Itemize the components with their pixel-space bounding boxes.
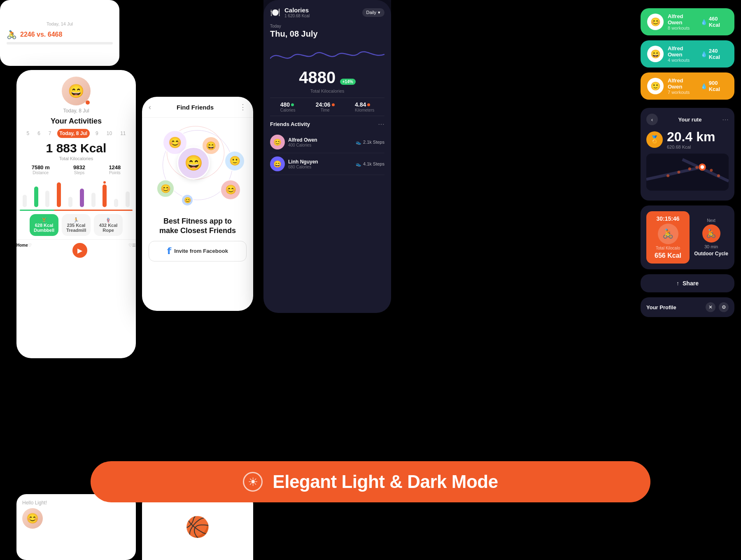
day-tab[interactable]: 6 bbox=[35, 129, 43, 138]
today-label: Today bbox=[270, 24, 384, 28]
top-partial-card: Today, 14 Jul 🚴 2246 vs. 6468 bbox=[0, 0, 119, 66]
bottom-light-partial: Hello Light! 😊 bbox=[16, 494, 136, 560]
nav-like[interactable]: ♡ bbox=[128, 243, 132, 258]
day-tab[interactable]: 9 bbox=[93, 129, 101, 138]
user-avatar: 😄 bbox=[62, 77, 91, 105]
timer-icon: 🚴 bbox=[662, 229, 673, 239]
more-button[interactable]: ⋮ bbox=[239, 103, 247, 112]
lb-card-2: 😄 Alfred Owen 4 workouts 💧240 Kcal bbox=[641, 40, 734, 68]
next-label: Next bbox=[707, 218, 715, 223]
lb-card-1: 😊 Alfred Owen 8 workouts 💧460 Kcal bbox=[641, 8, 734, 35]
lb-kcal-2: 💧240 Kcal bbox=[701, 48, 728, 60]
lb-avatar-2: 😄 bbox=[647, 46, 664, 62]
svg-point-11 bbox=[701, 165, 704, 169]
route-km: 20.4 km bbox=[667, 129, 715, 145]
day-tab-today[interactable]: Today, 8 Jul bbox=[57, 129, 90, 138]
day-tab[interactable]: 11 bbox=[118, 129, 128, 138]
mode-banner: Elegant Light & Dark Mode bbox=[91, 461, 650, 502]
back-button[interactable]: ‹ bbox=[149, 103, 151, 112]
bar-chart bbox=[16, 178, 136, 207]
friend-row-alfred: 😊 Alfred Owen 400 Calories 👟2.1k Steps bbox=[270, 131, 384, 153]
dark-stats-row: 480 Calories 24:06 Time 4.84 Kilometers bbox=[270, 98, 384, 116]
kcal-total-label: Total Kilocalories bbox=[270, 89, 384, 93]
svg-point-9 bbox=[717, 174, 720, 177]
alfred-avatar: 😊 bbox=[270, 135, 285, 149]
your-profile-card[interactable]: Your Profile ✕ ⚙ bbox=[641, 297, 734, 317]
bottom-friends-partial: 🏀 bbox=[142, 494, 253, 560]
friend-row-linh: 😄 Linh Nguyen 680 Calories 👟4.1k Steps bbox=[270, 153, 384, 175]
light-phone: 😄 Today, 8 Jul Your Activities 5 6 7 Tod… bbox=[16, 70, 136, 358]
big-kcal: 4880 bbox=[299, 68, 336, 86]
fb-invite-label: Invite from Facebook bbox=[174, 248, 228, 254]
day-tab[interactable]: 7 bbox=[46, 129, 54, 138]
kcal-value: 1 883 Kcal bbox=[16, 141, 136, 155]
find-friends-title: Find Friends bbox=[177, 104, 214, 111]
friend-avatar-main: 😄 bbox=[177, 147, 210, 180]
next-minutes: 30 min bbox=[704, 244, 718, 249]
lb-name-2: Alfred Owen bbox=[668, 45, 697, 58]
share-button[interactable]: ↑ Share bbox=[641, 274, 734, 292]
calories-header: 🍽️ Calories 1 620.68 Kcal Daily ▾ bbox=[270, 7, 384, 18]
bottom-nav: Home ♡ ▶ ♡ ☰ bbox=[16, 239, 136, 261]
distance-label: Distance bbox=[32, 170, 50, 175]
your-profile-label: Your Profile bbox=[646, 304, 676, 310]
treadmill-activity: 🏃235 KcalTreadmill bbox=[62, 214, 91, 236]
route-more-button[interactable]: ⋯ bbox=[722, 116, 729, 124]
calories-stat-label: Calories bbox=[280, 108, 296, 112]
calories-sub: 1 620.68 Kcal bbox=[284, 14, 310, 18]
lb-kcal-3: 💧900 Kcal bbox=[701, 80, 728, 92]
svg-point-5 bbox=[688, 168, 691, 170]
profile-settings-icon[interactable]: ⚙ bbox=[719, 302, 729, 312]
kcal-label: Total Kilocalories bbox=[16, 156, 136, 161]
profile-close-icon[interactable]: ✕ bbox=[706, 302, 715, 312]
friend-network: 😊 😄 🙂 😄 😊 😊 😊 bbox=[142, 118, 253, 212]
alfred-cal: 400 Calories bbox=[288, 143, 317, 147]
friend-avatar-6: 😊 bbox=[220, 180, 241, 200]
time-stat-val: 24:06 bbox=[316, 101, 335, 108]
route-card: ‹ Your rute ⋯ 🏅 20.4 km 620.68 Kcal bbox=[641, 108, 734, 201]
linh-name: Linh Nguyen bbox=[288, 159, 318, 165]
day-tab[interactable]: 5 bbox=[24, 129, 32, 138]
lb-kcal-1: 💧460 Kcal bbox=[701, 16, 728, 28]
next-icon: 🚴 bbox=[706, 229, 716, 238]
nav-fav[interactable]: ♡ bbox=[28, 243, 32, 258]
km-stat-val: 4.84 bbox=[355, 101, 374, 108]
linh-steps: 👟4.1k Steps bbox=[356, 161, 384, 167]
svg-point-6 bbox=[695, 166, 698, 169]
svg-point-8 bbox=[710, 169, 713, 172]
timer-card: 30:15:46 🚴 Total Kilocalo 656 Kcal Next … bbox=[641, 205, 734, 269]
top-card-vs: 2246 vs. 6468 bbox=[20, 31, 62, 38]
share-label: Share bbox=[683, 280, 699, 287]
friends-activity-header: Friends Activity ⋯ bbox=[270, 120, 384, 128]
linh-cal: 680 Calories bbox=[288, 165, 318, 169]
friends-title: Friends Activity bbox=[270, 121, 310, 127]
day-tab[interactable]: 10 bbox=[104, 129, 114, 138]
friend-avatar-3: 🙂 bbox=[224, 151, 245, 171]
route-medal-icon: 🏅 bbox=[646, 131, 663, 148]
activity-list: 🏋️628 KcalDumbbell 🏃235 KcalTreadmill 🪢4… bbox=[16, 211, 136, 239]
route-back-button[interactable]: ‹ bbox=[646, 114, 658, 125]
stats-row: 7580 m Distance 9832 Steps 1248 Points bbox=[16, 164, 136, 178]
sun-icon bbox=[243, 472, 263, 492]
friends-more[interactable]: ⋯ bbox=[378, 120, 384, 128]
rope-activity: 🪢432 KcalRope bbox=[94, 214, 123, 236]
points-label: Points bbox=[109, 170, 121, 175]
route-kcal: 620.68 Kcal bbox=[667, 145, 715, 149]
nav-menu[interactable]: ☰ bbox=[132, 243, 136, 258]
right-panel: 😊 Alfred Owen 8 workouts 💧460 Kcal 😄 Alf… bbox=[634, 0, 741, 560]
steps-label: Steps bbox=[73, 170, 85, 175]
phone-date: Today, 8 Jul bbox=[23, 108, 129, 114]
fb-invite-button[interactable]: 𝕗 Invite from Facebook bbox=[149, 241, 247, 261]
nav-home[interactable]: Home bbox=[16, 243, 28, 258]
svg-point-3 bbox=[666, 174, 669, 177]
daily-dropdown[interactable]: Daily ▾ bbox=[362, 8, 384, 17]
route-title: Your rute bbox=[678, 117, 702, 123]
lb-workouts-1: 8 workouts bbox=[668, 26, 697, 30]
time-stat-label: Time bbox=[316, 108, 335, 112]
steps-val: 9832 bbox=[73, 164, 85, 170]
calories-icon: 🍽️ bbox=[270, 7, 280, 17]
lb-avatar-1: 😊 bbox=[647, 14, 664, 30]
play-button[interactable]: ▶ bbox=[72, 243, 87, 258]
dumbbell-activity: 🏋️628 KcalDumbbell bbox=[30, 214, 58, 236]
alfred-steps: 👟2.1k Steps bbox=[356, 140, 384, 145]
